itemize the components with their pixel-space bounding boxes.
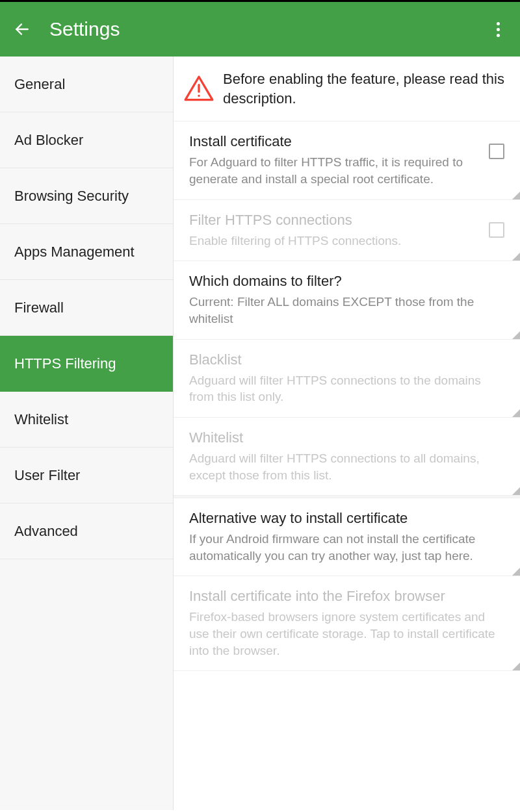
resize-corner-icon — [512, 487, 520, 495]
sidebar-item-label: Browsing Security — [14, 188, 129, 205]
svg-point-2 — [198, 94, 200, 96]
resize-corner-icon — [512, 331, 520, 339]
setting-install-firefox: Install certificate into the Firefox bro… — [174, 576, 520, 671]
resize-corner-icon — [512, 663, 520, 670]
sidebar-item-ad-blocker[interactable]: Ad Blocker — [0, 112, 173, 168]
setting-which-domains[interactable]: Which domains to filter? Current: Filter… — [174, 261, 520, 339]
setting-title: Alternative way to install certificate — [189, 510, 497, 527]
overflow-menu-button[interactable] — [489, 20, 507, 38]
sidebar-item-label: Advanced — [14, 523, 78, 540]
setting-subtitle: Adguard will filter HTTPS connections to… — [189, 372, 497, 405]
setting-subtitle: Adguard will filter HTTPS connections to… — [189, 450, 497, 483]
sidebar-item-apps-management[interactable]: Apps Management — [0, 224, 173, 280]
sidebar-item-whitelist[interactable]: Whitelist — [0, 392, 173, 448]
setting-title: Filter HTTPS connections — [189, 212, 481, 229]
sidebar-item-user-filter[interactable]: User Filter — [0, 448, 173, 503]
back-button[interactable] — [13, 20, 31, 38]
setting-whitelist: Whitelist Adguard will filter HTTPS conn… — [174, 418, 520, 496]
filter-https-checkbox — [489, 222, 504, 238]
sidebar-item-label: Apps Management — [14, 244, 135, 260]
setting-subtitle: If your Android firmware can not install… — [189, 531, 497, 564]
resize-corner-icon — [512, 568, 520, 576]
sidebar-item-advanced[interactable]: Advanced — [0, 503, 173, 559]
warning-icon — [183, 73, 215, 105]
sidebar-item-label: HTTPS Filtering — [14, 355, 116, 372]
sidebar-item-label: User Filter — [14, 467, 80, 484]
more-vertical-icon — [497, 22, 500, 37]
warning-banner[interactable]: Before enabling the feature, please read… — [174, 57, 520, 121]
resize-corner-icon — [512, 409, 520, 417]
content-panel: Before enabling the feature, please read… — [174, 57, 520, 810]
sidebar: General Ad Blocker Browsing Security App… — [0, 57, 174, 810]
body: General Ad Blocker Browsing Security App… — [0, 57, 520, 810]
sidebar-item-general[interactable]: General — [0, 57, 173, 112]
resize-corner-icon — [512, 192, 520, 199]
sidebar-item-label: General — [14, 76, 65, 93]
setting-subtitle: Current: Filter ALL domains EXCEPT those… — [189, 294, 497, 327]
sidebar-item-label: Whitelist — [14, 411, 68, 428]
sidebar-item-browsing-security[interactable]: Browsing Security — [0, 168, 173, 224]
setting-subtitle: For Adguard to filter HTTPS traffic, it … — [189, 154, 481, 187]
warning-text: Before enabling the feature, please read… — [223, 70, 504, 108]
arrow-left-icon — [14, 21, 31, 38]
setting-title: Install certificate — [189, 133, 481, 150]
setting-title: Install certificate into the Firefox bro… — [189, 588, 497, 605]
sidebar-item-label: Ad Blocker — [14, 132, 83, 149]
page-title: Settings — [49, 18, 489, 40]
setting-blacklist: Blacklist Adguard will filter HTTPS conn… — [174, 340, 520, 418]
setting-subtitle: Enable filtering of HTTPS connections. — [189, 233, 481, 249]
resize-corner-icon — [512, 253, 520, 260]
sidebar-item-https-filtering[interactable]: HTTPS Filtering — [0, 336, 173, 392]
setting-title: Whitelist — [189, 429, 497, 446]
setting-alternative-install[interactable]: Alternative way to install certificate I… — [174, 498, 520, 576]
sidebar-item-label: Firewall — [14, 299, 64, 316]
setting-install-certificate[interactable]: Install certificate For Adguard to filte… — [174, 121, 520, 199]
setting-title: Blacklist — [189, 351, 497, 368]
sidebar-item-firewall[interactable]: Firewall — [0, 280, 173, 336]
setting-title: Which domains to filter? — [189, 273, 497, 290]
setting-subtitle: Firefox-based browsers ignore system cer… — [189, 609, 497, 659]
install-certificate-checkbox[interactable] — [489, 144, 504, 159]
app-frame: Settings General Ad Blocker Browsing Sec… — [0, 0, 520, 812]
setting-filter-https-connections: Filter HTTPS connections Enable filterin… — [174, 200, 520, 262]
app-bar: Settings — [0, 2, 520, 57]
